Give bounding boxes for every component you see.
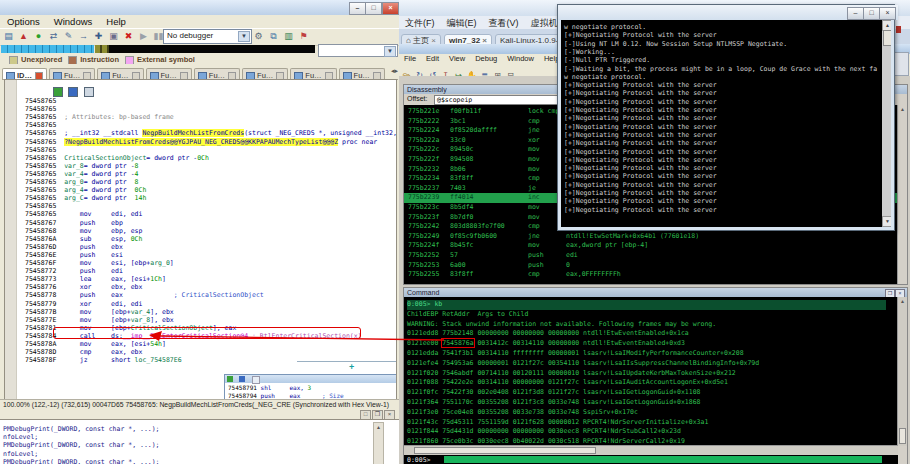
options-icon[interactable]: ⚙: [252, 30, 265, 43]
navigation-band-unexplored[interactable]: [109, 45, 315, 53]
maximize-icon[interactable]: □: [863, 7, 880, 20]
close-icon[interactable]: ×: [879, 7, 896, 20]
command-output[interactable]: 0:005> kbChildEBP RetAddr Args to ChildW…: [404, 297, 898, 446]
text-view-icon[interactable]: [68, 87, 78, 97]
overview-icon[interactable]: [84, 87, 94, 97]
output-window[interactable]: PMDebugPrint(_DWORD, const char *, ...);…: [0, 419, 399, 464]
chart-icon[interactable]: ▥: [282, 30, 295, 43]
console-line: [+]Negotiating Protocol with the server: [564, 164, 717, 172]
graph-view-icon[interactable]: [53, 87, 63, 97]
console-line: [+]Negotiating Protocol with the server: [564, 148, 717, 156]
listing-line: 75458765 ; Attributes: bp-based frame: [25, 113, 174, 121]
stack-line: WARNING: Stack unwind information not av…: [407, 320, 898, 330]
flag-icon[interactable]: ⚑: [297, 30, 310, 43]
listing-line: 75458765: [25, 97, 64, 105]
listing-line: 7545878F jz short loc_754587E6: [25, 356, 182, 364]
output-window-header: □ ❐ ×: [0, 409, 399, 419]
windbg-menu-edit[interactable]: Edit: [421, 54, 444, 64]
stack-line: 0121f364 7551170c 00355208 0121f3c8 0033…: [407, 398, 898, 408]
stack-line: 0121f844 75d4431d 00000000 00000000 0030…: [407, 427, 898, 437]
navigation-band-explored[interactable]: [1, 45, 94, 53]
hint-popup-header[interactable]: [225, 375, 397, 383]
listing-line: 7545876A sub esp, 0Ch: [25, 235, 142, 243]
legend-label: Unexplored: [21, 55, 62, 64]
disasm-row: 775b22490f85c9fb0600jnentdll!EtwSetMark+…: [404, 232, 898, 242]
command-prompt-label: 0:005>: [407, 456, 430, 464]
console-line: [-]Using NT LM 0.12. Now Session Setup N…: [564, 40, 787, 48]
console-line: [+]Negotiating Protocol with the server: [564, 206, 717, 214]
cancel-icon[interactable]: ✖: [122, 30, 135, 43]
stack-line: 0121f43c 75d45311 7551159d 0121f628 0000…: [407, 418, 898, 428]
output-scrollbar[interactable]: ▲: [373, 422, 384, 464]
listing-line: 7545876F mov esi, [ebp+arg_0]: [25, 259, 174, 267]
vmware-menu-item[interactable]: 查看(V): [483, 16, 525, 29]
disasm-row: 775b224f8b45fcmoveax,dword ptr [ebp-4]: [404, 241, 898, 251]
ida-title-bar[interactable]: 32(lsasrv_origin.idb (lsasrv_origin.dll)…: [0, 0, 402, 15]
navigation-band-marker[interactable]: [95, 45, 109, 53]
scroll-down-icon[interactable]: ▼: [882, 216, 891, 227]
xref-icon[interactable]: →: [77, 30, 90, 43]
console-line: [-]Working...: [564, 48, 615, 56]
chevron-down-icon[interactable]: ▼: [238, 31, 250, 42]
windbg-menu-window[interactable]: Window: [502, 54, 539, 64]
debugger-select[interactable]: No debugger ▼: [163, 29, 252, 44]
run-icon[interactable]: ▶: [137, 30, 150, 43]
command-hscrollbar[interactable]: [404, 445, 898, 455]
vmware-menu-item[interactable]: 编辑(E): [441, 16, 483, 29]
open-file-icon[interactable]: ▤: [2, 30, 15, 43]
graph-cross-icon: +: [349, 362, 354, 372]
windbg-menu-view[interactable]: View: [444, 54, 470, 64]
windows-icon[interactable]: ⧉: [267, 30, 280, 43]
scroll-thumb[interactable]: [883, 30, 891, 46]
command-panel-header[interactable]: Command ❐ ×: [404, 288, 907, 297]
minimize-icon[interactable]: –: [349, 2, 366, 15]
hint-icon-gray: [252, 376, 260, 384]
menu-item-windows[interactable]: Windows: [47, 15, 100, 28]
listing-line: 75458773 lea eax, [esi+1Ch]: [25, 275, 166, 283]
output-line: nfoLevel;: [3, 450, 38, 458]
annotation-box-call: [53, 327, 361, 339]
cmd-console[interactable]: w negotiate protocol.[+]Negotiating Prot…: [561, 20, 891, 227]
minimize-icon[interactable]: –: [847, 7, 864, 20]
cmd-title-bar[interactable]: C:\ C:\Windows\system32\cmd.exe - python…: [558, 5, 898, 20]
windbg-menu-debug[interactable]: Debug: [470, 54, 502, 64]
patch-icon[interactable]: ▣: [107, 30, 120, 43]
add-icon[interactable]: ✚: [92, 30, 105, 43]
scroll-thumb[interactable]: [414, 447, 596, 454]
listing-line: 75458765 var_4= dword ptr -4: [25, 170, 139, 178]
scroll-up-icon[interactable]: ▲: [898, 105, 907, 113]
vmware-menu-item[interactable]: 文件(F): [399, 16, 441, 29]
listing-line: 75458765: [25, 146, 64, 154]
stack-line: 0121edd8 775b2148 00000000 00000000 0000…: [407, 329, 898, 339]
console-line: [+]Negotiating Protocol with the server: [564, 139, 717, 147]
rename-icon[interactable]: ✎: [62, 30, 75, 43]
menu-item-options[interactable]: Options: [0, 15, 47, 28]
console-line: [+]Negotiating Protocol with the server: [564, 189, 717, 197]
disassembly-view[interactable]: 75458765 75458765 75458765 ; Attributes:…: [4, 79, 397, 401]
console-line: [+]Negotiating Protocol with the server: [564, 131, 717, 139]
resume-analysis-icon[interactable]: ●: [32, 30, 45, 43]
jump-icon[interactable]: ⇄: [47, 30, 60, 43]
offset-label: Offset:: [407, 95, 428, 102]
cmd-scrollbar[interactable]: ▲ ▼: [882, 20, 891, 227]
maximize-icon[interactable]: □: [365, 2, 382, 15]
console-line: [+]Negotiating Protocol with the server: [564, 31, 717, 39]
tab-scroll-arrows[interactable]: ◂▸: [391, 64, 398, 77]
command-prompt-row: 0:005>: [404, 455, 898, 464]
listing-gutter: [5, 80, 17, 400]
disassembly-scrollbar[interactable]: ▲: [897, 105, 907, 284]
command-vscrollbar[interactable]: ▲: [897, 297, 907, 446]
cmd-window: C:\ C:\Windows\system32\cmd.exe - python…: [557, 4, 895, 231]
listing-line: 75458765 arg_4= dword ptr 0Ch: [25, 186, 146, 194]
command-input[interactable]: [444, 456, 882, 463]
close-icon[interactable]: ×: [382, 2, 399, 15]
listing-line: 75458765 ?NegpBuildMechListFromCreds@@YG…: [25, 138, 377, 146]
analyze-icon[interactable]: ▲: [17, 30, 30, 43]
console-line: [+]Negotiating Protocol with the server: [564, 89, 717, 97]
console-line: w negotiate protocol.: [564, 23, 646, 31]
windbg-menu-file[interactable]: File: [399, 54, 421, 64]
menu-item-help[interactable]: Help: [99, 15, 133, 28]
scroll-thumb[interactable]: [899, 428, 906, 444]
scroll-up-icon[interactable]: ▲: [374, 423, 383, 431]
scroll-up-icon[interactable]: ▲: [898, 297, 907, 305]
